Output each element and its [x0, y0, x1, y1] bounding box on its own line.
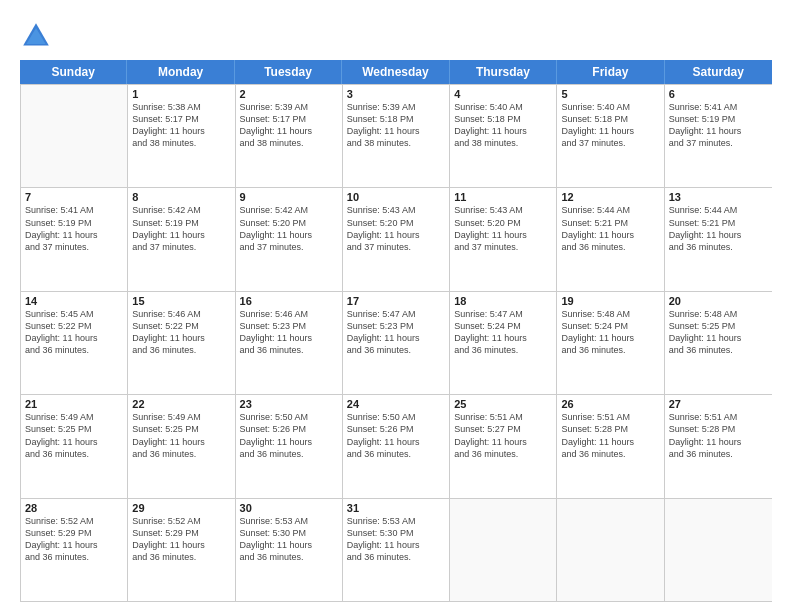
day-number: 3 — [347, 88, 445, 100]
header-cell-thursday: Thursday — [450, 60, 557, 84]
day-number: 12 — [561, 191, 659, 203]
day-number: 28 — [25, 502, 123, 514]
empty-cell — [21, 85, 128, 187]
day-cell-14: 14Sunrise: 5:45 AM Sunset: 5:22 PM Dayli… — [21, 292, 128, 394]
day-number: 15 — [132, 295, 230, 307]
day-detail: Sunrise: 5:44 AM Sunset: 5:21 PM Dayligh… — [669, 204, 768, 253]
day-number: 26 — [561, 398, 659, 410]
day-detail: Sunrise: 5:43 AM Sunset: 5:20 PM Dayligh… — [347, 204, 445, 253]
day-number: 5 — [561, 88, 659, 100]
day-number: 8 — [132, 191, 230, 203]
day-detail: Sunrise: 5:50 AM Sunset: 5:26 PM Dayligh… — [240, 411, 338, 460]
calendar: SundayMondayTuesdayWednesdayThursdayFrid… — [20, 60, 772, 602]
day-cell-24: 24Sunrise: 5:50 AM Sunset: 5:26 PM Dayli… — [343, 395, 450, 497]
day-number: 6 — [669, 88, 768, 100]
day-number: 16 — [240, 295, 338, 307]
day-number: 20 — [669, 295, 768, 307]
calendar-row: 7Sunrise: 5:41 AM Sunset: 5:19 PM Daylig… — [21, 187, 772, 290]
day-number: 30 — [240, 502, 338, 514]
calendar-row: 1Sunrise: 5:38 AM Sunset: 5:17 PM Daylig… — [21, 84, 772, 187]
day-number: 19 — [561, 295, 659, 307]
day-number: 9 — [240, 191, 338, 203]
day-detail: Sunrise: 5:40 AM Sunset: 5:18 PM Dayligh… — [561, 101, 659, 150]
day-detail: Sunrise: 5:49 AM Sunset: 5:25 PM Dayligh… — [25, 411, 123, 460]
calendar-header: SundayMondayTuesdayWednesdayThursdayFrid… — [20, 60, 772, 84]
empty-cell — [665, 499, 772, 601]
day-number: 2 — [240, 88, 338, 100]
day-detail: Sunrise: 5:46 AM Sunset: 5:22 PM Dayligh… — [132, 308, 230, 357]
day-number: 18 — [454, 295, 552, 307]
header-cell-tuesday: Tuesday — [235, 60, 342, 84]
day-cell-21: 21Sunrise: 5:49 AM Sunset: 5:25 PM Dayli… — [21, 395, 128, 497]
day-number: 24 — [347, 398, 445, 410]
day-cell-30: 30Sunrise: 5:53 AM Sunset: 5:30 PM Dayli… — [236, 499, 343, 601]
day-number: 11 — [454, 191, 552, 203]
header — [20, 16, 772, 52]
day-detail: Sunrise: 5:42 AM Sunset: 5:19 PM Dayligh… — [132, 204, 230, 253]
day-number: 22 — [132, 398, 230, 410]
day-detail: Sunrise: 5:52 AM Sunset: 5:29 PM Dayligh… — [132, 515, 230, 564]
day-detail: Sunrise: 5:39 AM Sunset: 5:18 PM Dayligh… — [347, 101, 445, 150]
day-detail: Sunrise: 5:41 AM Sunset: 5:19 PM Dayligh… — [25, 204, 123, 253]
day-cell-15: 15Sunrise: 5:46 AM Sunset: 5:22 PM Dayli… — [128, 292, 235, 394]
calendar-body: 1Sunrise: 5:38 AM Sunset: 5:17 PM Daylig… — [20, 84, 772, 602]
day-detail: Sunrise: 5:43 AM Sunset: 5:20 PM Dayligh… — [454, 204, 552, 253]
day-detail: Sunrise: 5:49 AM Sunset: 5:25 PM Dayligh… — [132, 411, 230, 460]
day-cell-5: 5Sunrise: 5:40 AM Sunset: 5:18 PM Daylig… — [557, 85, 664, 187]
day-detail: Sunrise: 5:45 AM Sunset: 5:22 PM Dayligh… — [25, 308, 123, 357]
day-number: 4 — [454, 88, 552, 100]
day-cell-28: 28Sunrise: 5:52 AM Sunset: 5:29 PM Dayli… — [21, 499, 128, 601]
day-cell-4: 4Sunrise: 5:40 AM Sunset: 5:18 PM Daylig… — [450, 85, 557, 187]
day-detail: Sunrise: 5:53 AM Sunset: 5:30 PM Dayligh… — [240, 515, 338, 564]
day-cell-20: 20Sunrise: 5:48 AM Sunset: 5:25 PM Dayli… — [665, 292, 772, 394]
day-number: 14 — [25, 295, 123, 307]
day-number: 31 — [347, 502, 445, 514]
day-cell-26: 26Sunrise: 5:51 AM Sunset: 5:28 PM Dayli… — [557, 395, 664, 497]
day-detail: Sunrise: 5:51 AM Sunset: 5:28 PM Dayligh… — [561, 411, 659, 460]
day-detail: Sunrise: 5:46 AM Sunset: 5:23 PM Dayligh… — [240, 308, 338, 357]
day-cell-29: 29Sunrise: 5:52 AM Sunset: 5:29 PM Dayli… — [128, 499, 235, 601]
day-detail: Sunrise: 5:47 AM Sunset: 5:23 PM Dayligh… — [347, 308, 445, 357]
day-detail: Sunrise: 5:47 AM Sunset: 5:24 PM Dayligh… — [454, 308, 552, 357]
day-cell-25: 25Sunrise: 5:51 AM Sunset: 5:27 PM Dayli… — [450, 395, 557, 497]
day-cell-22: 22Sunrise: 5:49 AM Sunset: 5:25 PM Dayli… — [128, 395, 235, 497]
day-detail: Sunrise: 5:53 AM Sunset: 5:30 PM Dayligh… — [347, 515, 445, 564]
header-cell-monday: Monday — [127, 60, 234, 84]
day-cell-27: 27Sunrise: 5:51 AM Sunset: 5:28 PM Dayli… — [665, 395, 772, 497]
day-detail: Sunrise: 5:39 AM Sunset: 5:17 PM Dayligh… — [240, 101, 338, 150]
day-cell-9: 9Sunrise: 5:42 AM Sunset: 5:20 PM Daylig… — [236, 188, 343, 290]
day-cell-17: 17Sunrise: 5:47 AM Sunset: 5:23 PM Dayli… — [343, 292, 450, 394]
empty-cell — [557, 499, 664, 601]
day-detail: Sunrise: 5:42 AM Sunset: 5:20 PM Dayligh… — [240, 204, 338, 253]
day-number: 21 — [25, 398, 123, 410]
logo-icon — [20, 20, 52, 52]
day-cell-23: 23Sunrise: 5:50 AM Sunset: 5:26 PM Dayli… — [236, 395, 343, 497]
day-cell-10: 10Sunrise: 5:43 AM Sunset: 5:20 PM Dayli… — [343, 188, 450, 290]
day-number: 1 — [132, 88, 230, 100]
day-number: 7 — [25, 191, 123, 203]
day-detail: Sunrise: 5:38 AM Sunset: 5:17 PM Dayligh… — [132, 101, 230, 150]
day-detail: Sunrise: 5:40 AM Sunset: 5:18 PM Dayligh… — [454, 101, 552, 150]
day-cell-18: 18Sunrise: 5:47 AM Sunset: 5:24 PM Dayli… — [450, 292, 557, 394]
day-number: 10 — [347, 191, 445, 203]
day-cell-3: 3Sunrise: 5:39 AM Sunset: 5:18 PM Daylig… — [343, 85, 450, 187]
header-cell-sunday: Sunday — [20, 60, 127, 84]
day-cell-11: 11Sunrise: 5:43 AM Sunset: 5:20 PM Dayli… — [450, 188, 557, 290]
day-cell-19: 19Sunrise: 5:48 AM Sunset: 5:24 PM Dayli… — [557, 292, 664, 394]
header-cell-wednesday: Wednesday — [342, 60, 449, 84]
day-detail: Sunrise: 5:41 AM Sunset: 5:19 PM Dayligh… — [669, 101, 768, 150]
day-detail: Sunrise: 5:44 AM Sunset: 5:21 PM Dayligh… — [561, 204, 659, 253]
day-cell-2: 2Sunrise: 5:39 AM Sunset: 5:17 PM Daylig… — [236, 85, 343, 187]
day-detail: Sunrise: 5:52 AM Sunset: 5:29 PM Dayligh… — [25, 515, 123, 564]
day-number: 13 — [669, 191, 768, 203]
page: SundayMondayTuesdayWednesdayThursdayFrid… — [0, 0, 792, 612]
day-cell-31: 31Sunrise: 5:53 AM Sunset: 5:30 PM Dayli… — [343, 499, 450, 601]
day-cell-12: 12Sunrise: 5:44 AM Sunset: 5:21 PM Dayli… — [557, 188, 664, 290]
day-detail: Sunrise: 5:48 AM Sunset: 5:25 PM Dayligh… — [669, 308, 768, 357]
day-detail: Sunrise: 5:51 AM Sunset: 5:27 PM Dayligh… — [454, 411, 552, 460]
day-cell-7: 7Sunrise: 5:41 AM Sunset: 5:19 PM Daylig… — [21, 188, 128, 290]
day-detail: Sunrise: 5:51 AM Sunset: 5:28 PM Dayligh… — [669, 411, 768, 460]
day-cell-16: 16Sunrise: 5:46 AM Sunset: 5:23 PM Dayli… — [236, 292, 343, 394]
logo — [20, 20, 56, 52]
day-number: 29 — [132, 502, 230, 514]
